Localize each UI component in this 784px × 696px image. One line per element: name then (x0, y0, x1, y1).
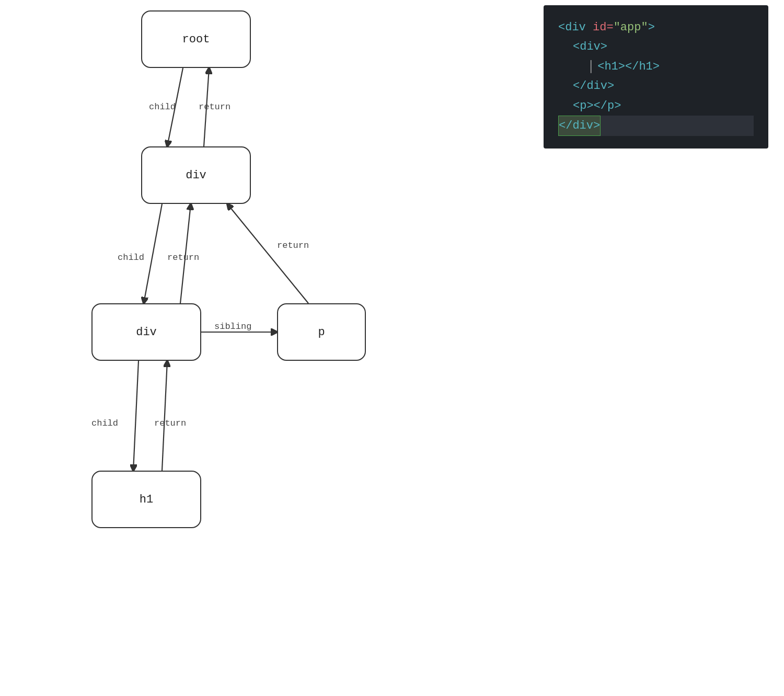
code-text: <div> (573, 37, 607, 56)
code-text: > (648, 18, 655, 37)
code-indent-bar: │ (587, 57, 594, 76)
label-return3: return (277, 241, 309, 250)
label-child3: child (91, 418, 118, 428)
code-text: </div> (573, 76, 614, 96)
node-div2: div (91, 303, 201, 361)
node-div2-label: div (136, 326, 157, 339)
node-h1: h1 (91, 471, 201, 528)
code-line-2: <div> (558, 37, 754, 56)
label-return2: return (167, 253, 199, 263)
node-p: p (277, 303, 366, 361)
node-p-label: p (318, 326, 325, 339)
label-child1: child (149, 102, 176, 112)
node-div1-label: div (186, 169, 206, 182)
code-panel: <div id="app"> <div> │<h1></h1> </div> <… (544, 5, 768, 149)
code-line-1: <div id="app"> (558, 18, 754, 37)
code-text: <h1></h1> (597, 57, 660, 76)
code-text: id= (593, 18, 614, 37)
svg-line-6 (133, 361, 139, 471)
code-line-6: </div> (558, 116, 754, 136)
code-line-5: <p></p> (558, 96, 754, 116)
label-return1: return (199, 102, 230, 112)
label-sibling: sibling (214, 322, 251, 332)
code-text: <p></p> (573, 96, 621, 116)
label-return4: return (154, 418, 186, 428)
node-root-label: root (182, 33, 210, 46)
node-div1: div (141, 146, 251, 204)
svg-line-2 (144, 204, 162, 303)
label-child2: child (118, 253, 144, 263)
node-h1-label: h1 (140, 493, 153, 506)
svg-line-7 (162, 361, 167, 471)
code-text: "app" (614, 18, 648, 37)
code-line-4: </div> (558, 76, 754, 96)
diagram: root div div p h1 child return child ret… (0, 0, 575, 696)
node-root: root (141, 10, 251, 68)
svg-line-5 (227, 204, 308, 303)
code-line-3: │<h1></h1> (558, 57, 754, 76)
